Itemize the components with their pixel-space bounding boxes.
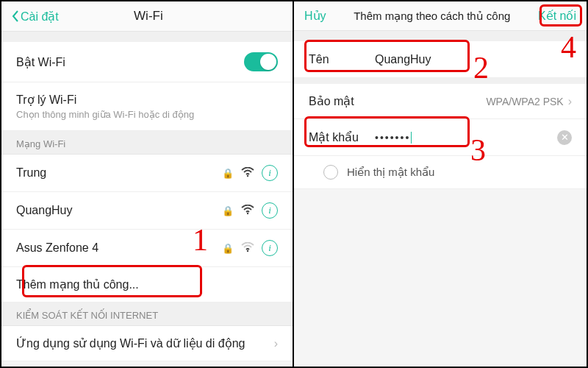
back-label: Cài đặt — [21, 10, 59, 24]
password-input[interactable]: ••••••• — [375, 132, 410, 144]
show-password-row[interactable]: Hiển thị mật khẩu — [294, 156, 587, 189]
password-label: Mật khẩu — [309, 130, 375, 144]
svg-point-2 — [247, 250, 248, 251]
chevron-left-icon — [12, 10, 19, 22]
wifi-assistant-sub: Chọn thông minh giữa Wi-Fi hoặc di động — [16, 109, 194, 120]
wifi-signal-icon — [241, 167, 254, 180]
wifi-assistant-row[interactable]: Trợ lý Wi-Fi Chọn thông minh giữa Wi-Fi … — [1, 82, 293, 131]
info-icon[interactable]: i — [262, 202, 278, 219]
connect-button[interactable]: Kết nối — [538, 9, 576, 23]
password-input-row[interactable]: Mật khẩu ••••••• ✕ — [294, 119, 587, 156]
info-icon[interactable]: i — [262, 165, 278, 181]
chevron-right-icon: › — [274, 337, 278, 350]
network-row[interactable]: Trung 🔒 i — [1, 155, 293, 192]
security-label: Bảo mật — [309, 94, 354, 108]
chevron-right-icon: › — [568, 95, 572, 108]
app-data-usage-label: Ứng dụng sử dụng Wi-Fi và dữ liệu di độn… — [16, 336, 245, 350]
wifi-toggle-label: Bật Wi-Fi — [16, 55, 65, 69]
network-name: QuangHuy — [16, 204, 73, 217]
wifi-toggle-row[interactable]: Bật Wi-Fi — [1, 42, 293, 82]
show-password-label: Hiển thị mật khẩu — [347, 166, 434, 179]
name-label: Tên — [309, 53, 375, 66]
clear-password-icon[interactable]: ✕ — [557, 130, 572, 145]
back-button[interactable]: Cài đặt — [12, 10, 59, 24]
section-internet-control: KIỂM SOÁT KẾT NỐI INTERNET — [1, 302, 293, 326]
header-left: Cài đặt Wi-Fi — [1, 1, 293, 32]
wifi-assistant-label: Trợ lý Wi-Fi — [16, 93, 194, 107]
network-row[interactable]: QuangHuy 🔒 i — [1, 192, 293, 230]
app-data-usage-row[interactable]: Ứng dụng sử dụng Wi-Fi và dữ liệu di độn… — [1, 326, 293, 361]
svg-point-0 — [247, 174, 248, 176]
wifi-signal-icon — [241, 205, 254, 217]
lock-icon: 🔒 — [222, 243, 234, 254]
show-password-checkbox[interactable] — [323, 165, 338, 180]
network-name-input-row[interactable]: Tên QuangHuy — [294, 41, 587, 78]
add-network-pane: Hủy Thêm mạng theo cách thủ công Kết nối… — [294, 1, 587, 367]
network-name: Trung — [16, 166, 46, 180]
svg-point-1 — [247, 212, 248, 213]
info-icon[interactable]: i — [262, 240, 278, 256]
lock-icon: 🔒 — [222, 205, 234, 216]
wifi-signal-weak-icon — [241, 242, 254, 255]
cancel-button[interactable]: Hủy — [304, 9, 326, 23]
page-title-left: Wi-Fi — [134, 9, 163, 24]
header-right: Hủy Thêm mạng theo cách thủ công Kết nối — [294, 1, 587, 31]
network-name: Asus Zenfone 4 — [16, 241, 98, 255]
add-network-row[interactable]: Thêm mạng thủ công... — [1, 267, 293, 302]
wifi-toggle-switch[interactable] — [244, 52, 278, 71]
add-network-label: Thêm mạng thủ công... — [16, 277, 139, 291]
page-title-right: Thêm mạng theo cách thủ công — [354, 10, 510, 23]
security-value: WPA/WPA2 PSK — [486, 96, 563, 107]
section-networks: Mạng Wi-Fi — [1, 131, 293, 155]
wifi-settings-pane: Cài đặt Wi-Fi Bật Wi-Fi Trợ lý Wi-Fi Chọ… — [1, 1, 294, 367]
network-row[interactable]: Asus Zenfone 4 🔒 i — [1, 230, 293, 267]
name-input[interactable]: QuangHuy — [375, 53, 431, 66]
lock-icon: 🔒 — [222, 168, 234, 179]
security-row[interactable]: Bảo mật WPA/WPA2 PSK › — [294, 84, 587, 119]
